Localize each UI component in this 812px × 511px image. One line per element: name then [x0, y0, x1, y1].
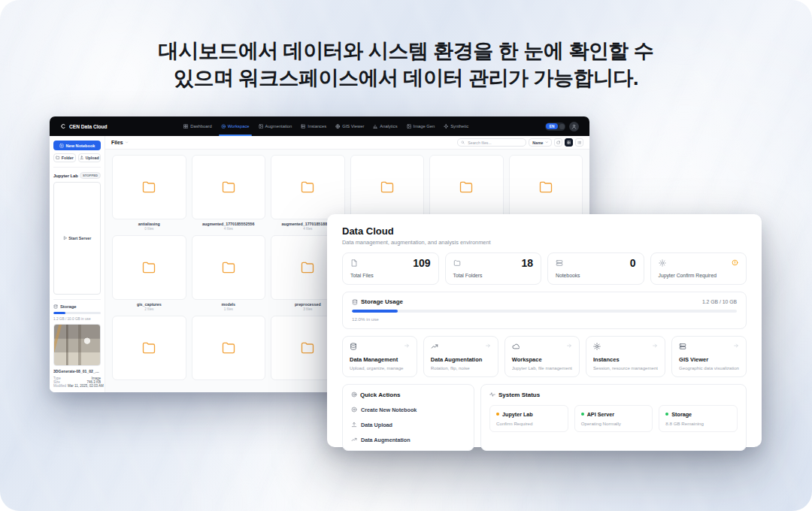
feature-card[interactable]: Workspace Jupyter Lab, file management: [504, 336, 580, 377]
feature-card[interactable]: Data Management Upload, organize, manage: [342, 336, 417, 377]
status-card: Storage 8.8 GB Remaining: [659, 405, 738, 432]
list-view-icon: [577, 141, 582, 145]
folder-tile[interactable]: augmented_1770185552556 4 files: [192, 155, 266, 231]
storage-usage-percent: 12.0% in use: [352, 316, 737, 322]
folder-icon: [141, 180, 156, 195]
folder-tile-card[interactable]: [429, 155, 504, 219]
folder-name: [192, 382, 266, 387]
nav-item[interactable]: Augmentation: [259, 116, 292, 136]
folder-tile[interactable]: [112, 316, 186, 392]
new-notebook-button[interactable]: New Notebook: [53, 141, 101, 150]
nav-item-label: GIS Viewer: [342, 124, 364, 129]
quick-action-icon: [351, 422, 357, 428]
upload-icon: [80, 156, 84, 160]
folder-icon: [538, 180, 553, 195]
system-status-header: System Status: [489, 392, 738, 398]
search-box[interactable]: [457, 138, 526, 147]
refresh-button[interactable]: [554, 138, 562, 147]
folder-tile-card[interactable]: [271, 155, 345, 219]
chevron-down-icon: [545, 141, 549, 144]
feature-card[interactable]: GIS Viewer Geographic data visualization: [671, 336, 747, 377]
promo-canvas: 대시보드에서 데이터와 시스템 환경을 한 눈에 확인할 수 있으며 워크스페이…: [0, 0, 812, 511]
folder-file-count: 4 files: [192, 227, 266, 231]
file-preview-meta: Type Image Size 746.3 KB Modified Mar 11…: [53, 376, 101, 388]
nav-item[interactable]: Instances: [301, 116, 326, 136]
folder-tile[interactable]: [192, 316, 266, 392]
jupyter-lab-row: Jupyter Lab STOPPED: [53, 172, 101, 179]
breadcrumb[interactable]: Files: [111, 140, 129, 145]
file-preview-name: 3DGenerate-08_01_02_38-1-5...: [53, 369, 101, 373]
quick-action-item[interactable]: Data Upload: [351, 422, 465, 428]
search-input[interactable]: [466, 140, 523, 146]
language-alt-option[interactable]: [559, 124, 565, 129]
nav-right: EN: [545, 122, 579, 132]
folder-tile-card[interactable]: [509, 155, 583, 219]
quick-actions-panel: Quick Actions Create New Notebook Data U…: [342, 384, 474, 451]
folder-tile[interactable]: antialiasing 0 files: [112, 155, 186, 231]
folder-button-label: Folder: [62, 156, 74, 160]
status-description: Operating Normally: [581, 421, 647, 426]
nav-item-label: Dashboard: [190, 124, 211, 129]
sort-select[interactable]: Name: [529, 138, 552, 147]
list-view-button[interactable]: [575, 138, 583, 147]
new-folder-button[interactable]: Folder: [53, 153, 76, 162]
stat-value: 18: [521, 259, 533, 267]
brand[interactable]: CEN Data Cloud: [60, 123, 108, 129]
nav-item[interactable]: Dashboard: [183, 116, 211, 136]
person-icon: [571, 124, 577, 129]
folder-tile-card[interactable]: [192, 316, 266, 380]
nav-item[interactable]: Workspace: [221, 116, 250, 136]
pulse-icon: [489, 392, 495, 398]
folder-tile-card[interactable]: [112, 316, 186, 380]
folder-tile-card[interactable]: [350, 155, 425, 219]
quick-action-item[interactable]: Data Augmentation: [351, 437, 465, 443]
status-card: API Server Operating Normally: [574, 405, 653, 432]
grid-view-button[interactable]: [565, 138, 573, 147]
nav-item[interactable]: GIS Viewer: [335, 116, 364, 136]
folder-icon: [141, 260, 156, 275]
quick-action-label: Create New Notebook: [361, 407, 417, 413]
status-card-top: Storage: [665, 411, 731, 418]
storage-progress-track: [53, 312, 101, 314]
language-toggle[interactable]: EN: [545, 122, 565, 131]
system-status-panel: System Status Jupyter Lab Confirm Requir…: [480, 384, 747, 451]
nav-item[interactable]: Synthetic: [444, 116, 468, 136]
feature-name: Data Augmentation: [431, 356, 491, 363]
quick-action-icon: [351, 407, 357, 413]
feature-card[interactable]: Instances Session, resource management: [586, 336, 665, 377]
nav-item[interactable]: Analytics: [373, 116, 397, 136]
quick-action-item[interactable]: Create New Notebook: [351, 407, 465, 413]
folder-tile[interactable]: gis_captures 2 files: [112, 235, 186, 311]
stat-label: Total Files: [350, 273, 431, 278]
arrow-right-icon: [652, 343, 658, 349]
stat-icon: [350, 259, 358, 267]
status-card-top: Jupyter Lab: [496, 411, 562, 418]
folder-tile[interactable]: models 1 files: [192, 235, 266, 311]
nav-item-label: Image Gen: [414, 124, 435, 129]
folder-tile-card[interactable]: [112, 155, 186, 219]
feature-card[interactable]: Data Augmentation Rotation, flip, noise: [423, 336, 498, 377]
folder-tile-card[interactable]: [192, 235, 266, 300]
storage-usage-fill: [352, 310, 398, 313]
status-description: Confirm Required: [496, 421, 562, 426]
upload-button[interactable]: Upload: [78, 153, 101, 162]
feature-description: Session, resource management: [593, 365, 658, 370]
language-selected[interactable]: EN: [546, 123, 558, 129]
nav-item[interactable]: Image Gen: [407, 116, 435, 136]
stat-card-top: 0: [556, 259, 636, 267]
target-icon: [351, 392, 357, 398]
start-server-button[interactable]: Start Server: [53, 182, 101, 295]
nav-item-label: Instances: [308, 124, 326, 129]
file-preview-thumbnail[interactable]: [53, 324, 101, 366]
folder-icon: [221, 260, 236, 275]
stat-icon: [453, 259, 461, 267]
user-avatar[interactable]: [569, 122, 579, 132]
stat-icon: [659, 259, 666, 267]
feature-description: Geographic data visualization: [679, 365, 739, 370]
feature-name: Workspace: [512, 356, 572, 363]
folder-tile-card[interactable]: [192, 155, 266, 219]
folder-name: antialiasing: [112, 222, 186, 226]
folder-tile-card[interactable]: [112, 235, 186, 300]
nav-item-icon: [259, 124, 264, 129]
storage-label: Storage: [60, 304, 77, 309]
